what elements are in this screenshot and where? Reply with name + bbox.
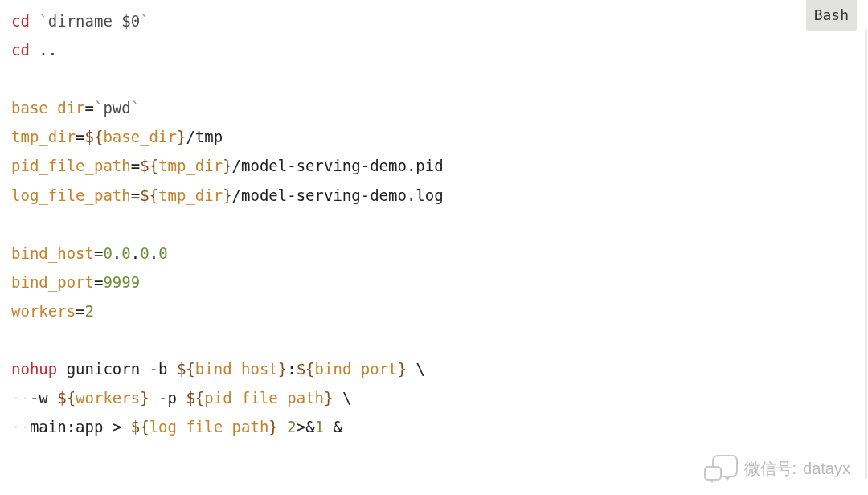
code-token: } [268, 418, 277, 436]
code-token: 1 [315, 418, 324, 436]
code-line [11, 325, 857, 354]
code-token: . [131, 244, 140, 262]
code-token: \ [333, 389, 351, 407]
code-block: cd `dirname $0`cd .. base_dir=`pwd`tmp_d… [0, 0, 868, 448]
code-token: gunicorn -b [57, 360, 177, 378]
code-token: = [94, 273, 103, 291]
code-token [278, 418, 287, 436]
code-token: workers [11, 302, 76, 320]
code-token: bind_host [195, 360, 278, 378]
code-token: tmp_dir [158, 186, 223, 204]
code-token: /model-serving-demo.log [232, 186, 444, 204]
code-token: ${ [297, 360, 315, 378]
code-token: -w [30, 389, 57, 407]
code-token: main:app > [30, 418, 131, 436]
code-line: ··main:app > ${log_file_path} 2>&1 & [11, 412, 857, 441]
code-token: = [85, 99, 94, 117]
watermark-value: datayx [803, 453, 850, 484]
code-token: workers [76, 389, 140, 407]
code-token: 0 [140, 244, 149, 262]
code-token: ${ [186, 389, 204, 407]
code-token: dirname $0 [48, 12, 140, 30]
code-token: cd [11, 41, 30, 59]
code-line: ··-w ${workers} -p ${pid_file_path} \ [11, 383, 857, 412]
code-token: = [76, 302, 84, 320]
code-line: cd `dirname $0` [11, 6, 857, 35]
code-line: nohup gunicorn -b ${bind_host}:${bind_po… [11, 354, 857, 383]
code-token: } [398, 360, 407, 378]
code-token: . [113, 244, 121, 262]
wechat-icon [704, 455, 738, 482]
code-line: cd .. [11, 35, 857, 64]
code-line: bind_host=0.0.0.0 [11, 239, 857, 268]
code-token: = [131, 157, 140, 174]
code-token: bind_port [315, 360, 398, 378]
code-token: bind_port [11, 273, 94, 291]
code-token: : [287, 360, 296, 378]
watermark: 微信号: datayx [704, 453, 851, 484]
code-line: log_file_path=${tmp_dir}/model-serving-d… [11, 181, 857, 210]
code-token: ` [94, 99, 103, 117]
code-token: cd [11, 12, 30, 30]
code-token: 0 [121, 244, 130, 262]
code-token: bind_host [11, 244, 94, 262]
code-token: log_file_path [149, 418, 269, 436]
code-token: /tmp [186, 128, 223, 145]
code-token: ${ [131, 418, 149, 436]
code-line: tmp_dir=${base_dir}/tmp [11, 122, 857, 151]
code-token: pid_file_path [11, 157, 131, 174]
code-token: ` [140, 12, 149, 30]
code-token: ${ [140, 186, 158, 204]
code-token: -p [149, 389, 186, 407]
code-token: } [140, 389, 149, 407]
code-token: /model-serving-demo.pid [232, 157, 444, 174]
code-token: ${ [85, 128, 104, 145]
code-token: 0 [158, 244, 167, 262]
code-token: >& [297, 418, 315, 436]
code-token: . [149, 244, 158, 262]
code-token: 2 [85, 302, 94, 320]
code-token: } [278, 360, 287, 378]
watermark-label: 微信号: [744, 453, 797, 484]
code-token: base_dir [11, 99, 85, 117]
code-token: \ [407, 360, 425, 378]
code-line: pid_file_path=${tmp_dir}/model-serving-d… [11, 151, 857, 180]
code-token: 0 [103, 244, 112, 262]
code-token [30, 12, 39, 30]
code-token: tmp_dir [158, 157, 223, 174]
code-line: base_dir=`pwd` [11, 93, 857, 122]
code-token: ` [39, 12, 47, 30]
code-line [11, 210, 857, 239]
code-token: } [324, 389, 333, 407]
code-token: ·· [11, 389, 30, 407]
code-token: } [223, 186, 231, 204]
code-line [11, 64, 857, 93]
code-token: 9999 [103, 273, 140, 291]
code-token: ·· [11, 418, 30, 436]
code-token: ${ [140, 157, 158, 174]
code-token: tmp_dir [11, 128, 76, 145]
code-token: = [131, 186, 140, 204]
code-line: bind_port=9999 [11, 268, 857, 297]
code-token: = [76, 128, 84, 145]
code-token: log_file_path [11, 186, 131, 204]
code-token: ${ [57, 389, 76, 407]
code-token: base_dir [103, 128, 177, 145]
code-token: } [177, 128, 186, 145]
code-token: & [324, 418, 342, 436]
code-token: 2 [287, 418, 296, 436]
code-token: } [223, 157, 231, 174]
code-token: ` [131, 99, 140, 117]
code-token: nohup [11, 360, 57, 378]
code-token: ${ [177, 360, 195, 378]
code-token: = [94, 244, 103, 262]
code-token: pwd [103, 99, 130, 117]
code-line: workers=2 [11, 297, 857, 325]
code-token: .. [30, 41, 57, 59]
code-token: pid_file_path [204, 389, 324, 407]
